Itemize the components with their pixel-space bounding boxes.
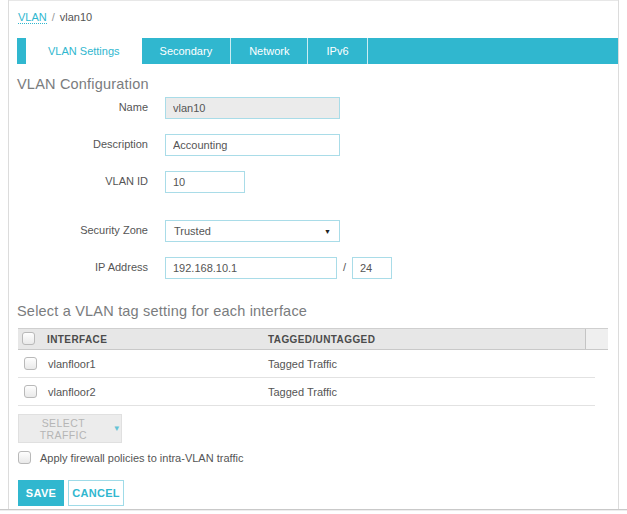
table-row: vlanfloor2 Tagged Traffic bbox=[18, 378, 595, 406]
chevron-down-icon: ▼ bbox=[324, 228, 331, 235]
vlan-id-label: VLAN ID bbox=[18, 175, 148, 187]
chevron-down-icon: ▼ bbox=[113, 424, 121, 433]
table-header-row: INTERFACE TAGGED/UNTAGGED bbox=[18, 328, 608, 350]
description-label: Description bbox=[18, 138, 148, 150]
name-label: Name bbox=[18, 101, 148, 113]
security-zone-label: Security Zone bbox=[18, 224, 148, 236]
tab-ipv6[interactable]: IPv6 bbox=[308, 38, 367, 64]
cancel-button[interactable]: CANCEL bbox=[68, 480, 124, 506]
row-checkbox-vlanfloor2[interactable] bbox=[24, 385, 37, 398]
apply-policy-row: Apply firewall policies to intra-VLAN tr… bbox=[18, 451, 243, 464]
panel-border-left bbox=[8, 0, 9, 510]
panel-border-right bbox=[618, 0, 619, 510]
page-title: VLAN Configuration bbox=[17, 76, 149, 92]
header-scrollbar-spacer bbox=[586, 329, 608, 349]
name-field bbox=[165, 97, 340, 119]
save-button[interactable]: SAVE bbox=[18, 480, 64, 506]
panel-border-top bbox=[8, 0, 619, 1]
ip-prefix-separator: / bbox=[343, 261, 346, 273]
breadcrumb-current: vlan10 bbox=[60, 11, 92, 23]
select-traffic-label: SELECT TRAFFIC bbox=[19, 417, 108, 441]
apply-policy-label: Apply firewall policies to intra-VLAN tr… bbox=[40, 452, 243, 464]
ip-prefix-field[interactable] bbox=[352, 257, 392, 279]
tagged-cell: Tagged Traffic bbox=[268, 386, 337, 398]
panel-border-bottom bbox=[0, 509, 627, 510]
breadcrumb-link-vlan[interactable]: VLAN bbox=[18, 11, 47, 24]
interface-cell: vlanfloor1 bbox=[48, 358, 96, 370]
tab-vlan-settings[interactable]: VLAN Settings bbox=[26, 38, 142, 64]
tab-network[interactable]: Network bbox=[231, 38, 308, 64]
breadcrumb-separator: / bbox=[52, 11, 55, 23]
ip-address-field[interactable] bbox=[165, 257, 337, 279]
tagged-cell: Tagged Traffic bbox=[268, 358, 337, 370]
tab-secondary[interactable]: Secondary bbox=[142, 38, 232, 64]
tagged-column-header: TAGGED/UNTAGGED bbox=[268, 334, 375, 345]
breadcrumb: VLAN/vlan10 bbox=[18, 11, 92, 23]
tab-bar-filler bbox=[368, 38, 619, 64]
select-traffic-button[interactable]: SELECT TRAFFIC ▼ bbox=[18, 414, 122, 443]
security-zone-value: Trusted bbox=[174, 225, 211, 237]
section-title: Select a VLAN tag setting for each inter… bbox=[17, 303, 307, 319]
security-zone-select[interactable]: Trusted ▼ bbox=[165, 220, 340, 242]
select-all-checkbox[interactable] bbox=[22, 332, 35, 345]
tab-bar-left-stub bbox=[17, 38, 26, 64]
tab-bar: VLAN Settings Secondary Network IPv6 bbox=[17, 38, 618, 64]
vlan-configuration-page: VLAN/vlan10 VLAN Settings Secondary Netw… bbox=[0, 0, 627, 514]
interface-cell: vlanfloor2 bbox=[48, 386, 96, 398]
description-field[interactable] bbox=[165, 134, 340, 156]
ip-address-label: IP Address bbox=[18, 261, 148, 273]
vlan-id-field[interactable] bbox=[165, 171, 245, 193]
apply-policy-checkbox[interactable] bbox=[18, 451, 31, 464]
row-checkbox-vlanfloor1[interactable] bbox=[24, 357, 37, 370]
table-row: vlanfloor1 Tagged Traffic bbox=[18, 350, 595, 378]
interface-column-header: INTERFACE bbox=[47, 334, 107, 345]
